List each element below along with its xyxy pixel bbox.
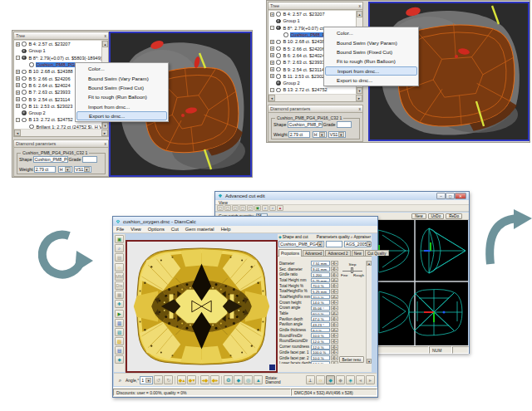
tree-item-label[interactable]: B 13: 2.72 ct. $24752 xyxy=(28,117,74,122)
context-menu-item[interactable]: Import from dmc... xyxy=(325,66,417,76)
zoom-out-icon[interactable]: ⌕ xyxy=(269,205,276,211)
parameter-input[interactable]: 64.0 % xyxy=(311,361,330,364)
tree-item-label[interactable]: Brillant 1: 2.72 ct (24752 $), H V xyxy=(36,125,104,129)
parameter-spinner[interactable]: ◂▸ xyxy=(331,306,338,311)
tree-expander-icon[interactable]: - xyxy=(16,118,20,122)
clarity-combobox[interactable]: VS1▼ xyxy=(74,166,91,173)
step-slider[interactable] xyxy=(341,267,364,273)
tree-expander-icon[interactable]: + xyxy=(270,46,274,51)
parameter-input[interactable]: 12.0 % xyxy=(311,345,330,350)
tree-item-label[interactable]: B 6: 2.64 ct. $24024 xyxy=(28,83,71,88)
parameter-input[interactable]: 100.0 % xyxy=(311,350,330,355)
tab[interactable]: Advanced 2 xyxy=(325,250,350,256)
grade-input[interactable] xyxy=(82,156,97,163)
chevron-down-icon[interactable]: ▼ xyxy=(318,242,323,247)
parameter-spinner[interactable]: ◂▸ xyxy=(331,333,338,338)
chevron-down-icon[interactable]: ▼ xyxy=(338,132,344,137)
parameter-spinner[interactable]: ◂▸ xyxy=(331,283,338,288)
target-icon[interactable]: ◎ xyxy=(244,375,253,384)
parameter-input[interactable]: 35.06 ° xyxy=(311,306,330,311)
scroll-down-icon[interactable]: ▼ xyxy=(357,87,362,94)
turn-left-icon[interactable]: ◂◆ xyxy=(200,375,209,384)
parameter-input[interactable]: 7.51 mm xyxy=(311,261,330,266)
tree-item-label[interactable]: B 8*: 2.79(+0.07) ct. $5803(-18949) xyxy=(28,56,103,61)
panel-scrollbar[interactable]: ▲▼ xyxy=(366,261,372,364)
button[interactable]: ReDo xyxy=(446,213,462,219)
photo-icon[interactable]: ▦ xyxy=(115,291,124,299)
close-icon[interactable]: x xyxy=(359,107,362,111)
parameter-spinner[interactable]: ◂▸ xyxy=(331,328,338,333)
tree-expander-icon[interactable]: - xyxy=(16,56,20,60)
parameter-spinner[interactable]: ◂▸ xyxy=(331,350,338,355)
tree-expander-icon[interactable]: + xyxy=(270,12,274,17)
open-icon[interactable]: ▧ xyxy=(115,337,124,345)
tree-expander-icon[interactable]: + xyxy=(270,74,274,78)
parameter-input[interactable]: 10.0 % xyxy=(311,355,330,360)
tree-item-label[interactable]: B 11: 2.53 ct. $23023 xyxy=(283,74,328,79)
scene-icon[interactable]: ▣ xyxy=(115,235,124,243)
parameter-spinner[interactable]: ◂▸ xyxy=(331,272,338,277)
scroll-down-icon[interactable]: ▼ xyxy=(102,122,108,129)
save-icon[interactable]: ▢ xyxy=(232,205,239,211)
context-menu-item[interactable]: Color... xyxy=(325,28,417,37)
tree-item[interactable]: +B 4: 2.57 ct. $23207 xyxy=(268,11,362,17)
better-result-button[interactable]: Better resu xyxy=(339,356,364,363)
tree-expander-icon[interactable]: + xyxy=(16,70,20,74)
context-menu-item[interactable]: Bound Swim (Fixed Cut) xyxy=(325,47,417,56)
menu-item[interactable]: View xyxy=(127,227,144,232)
movie-icon[interactable]: ▥ xyxy=(115,319,124,327)
gem-render-view[interactable] xyxy=(126,240,278,373)
weight-input[interactable]: 2.79 ct xyxy=(288,131,310,138)
parameter-spinner[interactable]: ◂▸ xyxy=(331,316,338,321)
open-icon[interactable]: ▢ xyxy=(224,205,231,211)
tree-expander-icon[interactable] xyxy=(23,125,27,129)
tree-expander-icon[interactable]: + xyxy=(16,91,20,95)
slider-handle[interactable] xyxy=(351,267,353,273)
angle-combobox[interactable]: 1▼ xyxy=(140,376,153,384)
gem-top-icon[interactable]: ◆ xyxy=(234,375,243,384)
tree-item-label[interactable]: Group 1 xyxy=(28,48,47,53)
gear-icon[interactable]: ❂ xyxy=(224,375,233,384)
tree-item[interactable]: -B 8*: 2.79(+0.07) ct. $5803(-18949) xyxy=(14,55,108,61)
parameter-input[interactable]: 70.0 % xyxy=(311,295,330,300)
menu-item[interactable]: View xyxy=(215,200,231,205)
context-menu-item[interactable]: Bound Swim (Vary Param) xyxy=(325,37,417,46)
chevron-down-icon[interactable]: ▼ xyxy=(145,378,151,383)
tree-item-label[interactable]: B 13: 2.72 ct. $24752 xyxy=(283,87,328,92)
tab[interactable]: New xyxy=(352,250,364,256)
tree-item-label[interactable]: B 5: 2.66 ct. $24206 xyxy=(283,46,326,51)
tree-item[interactable]: +B 4: 2.57 ct. $23207 xyxy=(14,41,108,47)
tree-horizontal-scrollbar[interactable]: ◄► xyxy=(14,130,108,136)
scroll-down-icon[interactable]: ▼ xyxy=(367,359,372,364)
parameter-spinner[interactable]: ◂▸ xyxy=(331,267,338,272)
tree-item-label[interactable]: B 9: 2.54 ct. $23114 xyxy=(28,97,71,102)
tree-item-label[interactable]: Group 2 xyxy=(283,81,301,86)
context-menu-item[interactable]: Import from dmc... xyxy=(76,102,167,111)
prev-icon[interactable]: ◂ xyxy=(356,375,365,384)
cone-icon[interactable]: ▲ xyxy=(254,375,263,384)
light-icon[interactable]: ☼ xyxy=(115,263,124,272)
maximize-button[interactable]: ◻ xyxy=(446,193,455,199)
parameter-spinner[interactable]: ◂▸ xyxy=(331,339,338,344)
parameter-spinner[interactable]: ◂▸ xyxy=(331,361,338,364)
tree-item-label[interactable]: B 10: 2.68 ct. $24388 xyxy=(28,69,74,74)
close-icon[interactable]: x xyxy=(359,4,362,8)
button[interactable]: UnDo xyxy=(428,213,445,219)
parameter-input[interactable]: 43.23 ° xyxy=(311,322,330,327)
parameter-input[interactable]: 70.0 % xyxy=(311,283,330,288)
zoom-icon[interactable]: ⌕ xyxy=(116,375,125,384)
scroll-right-icon[interactable]: ► xyxy=(101,130,108,136)
color-combobox[interactable]: H▼ xyxy=(313,131,327,138)
parameter-spinner[interactable]: ◂▸ xyxy=(331,322,338,327)
context-menu-item[interactable]: Bound Swim (Fixed Cut) xyxy=(76,83,167,92)
menu-item[interactable]: Help xyxy=(218,227,234,232)
tree-expander-icon[interactable] xyxy=(270,19,274,23)
tree-expander-icon[interactable]: + xyxy=(270,61,274,65)
color-combobox[interactable]: H▼ xyxy=(58,166,72,173)
tree-item[interactable]: Brillant 1: 2.72 ct (24752 $), H V xyxy=(14,124,108,129)
context-menu-item[interactable]: Fit to rough (Run Balloon) xyxy=(76,92,167,101)
cut-combobox[interactable]: Cushion_PM8_PG4_P▼ xyxy=(278,241,324,247)
tab[interactable]: Propotions xyxy=(278,249,302,257)
copy-icon[interactable]: ▢ xyxy=(247,205,254,211)
options-icon[interactable]: ▤ xyxy=(115,253,124,262)
